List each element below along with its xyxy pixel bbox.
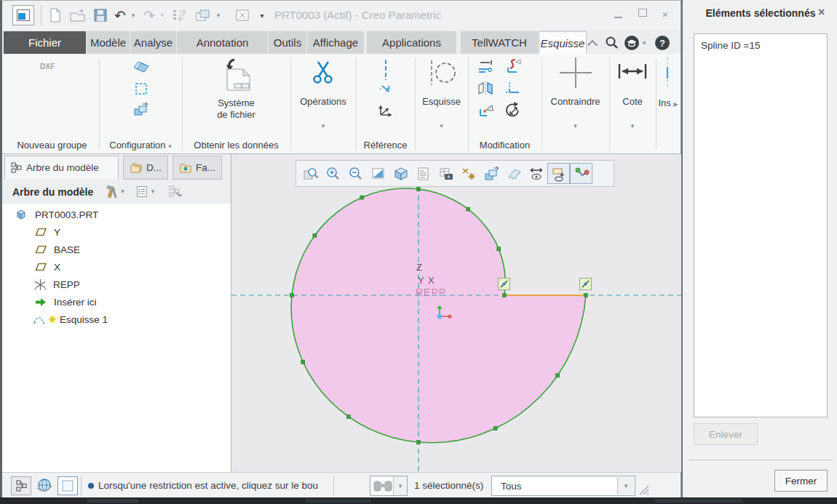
filter-combo[interactable]: Tous ▾ bbox=[491, 476, 635, 496]
tree-item-plane-x[interactable]: X bbox=[2, 258, 231, 276]
saved-views-button[interactable] bbox=[412, 163, 435, 184]
constrain-button[interactable] bbox=[558, 55, 594, 90]
remove-button[interactable]: Enlever bbox=[694, 423, 758, 445]
graphics-area[interactable]: Z Y X REPP bbox=[231, 154, 683, 472]
close-window-tool-button[interactable] bbox=[232, 5, 253, 25]
maximize-button[interactable] bbox=[635, 8, 650, 19]
toolbar-options-caret[interactable]: ▾ bbox=[257, 5, 267, 25]
eraser-button[interactable] bbox=[502, 163, 525, 184]
point-button[interactable] bbox=[379, 84, 392, 94]
constrain-dropdown[interactable]: ▾ bbox=[542, 122, 609, 129]
config-dashed-rect-button[interactable] bbox=[134, 81, 148, 96]
constrain-label[interactable]: Contraindre bbox=[542, 96, 609, 107]
sketch-dropdown[interactable]: ▾ bbox=[415, 122, 468, 129]
rotate-resize-button[interactable] bbox=[504, 102, 523, 119]
tree-item-csys[interactable]: y x z REPP bbox=[2, 276, 231, 293]
config-convert-button[interactable] bbox=[132, 102, 150, 118]
tab-modele[interactable]: Modèle bbox=[87, 31, 130, 54]
repaint-button[interactable] bbox=[367, 163, 389, 184]
resize-grip[interactable] bbox=[638, 484, 650, 496]
app-menu-button[interactable] bbox=[12, 5, 34, 25]
tab-fichier[interactable]: Fichier bbox=[4, 31, 86, 54]
panel-close-button[interactable]: × bbox=[818, 6, 825, 19]
redo-button[interactable]: ↷ bbox=[140, 5, 158, 25]
file-system-label[interactable]: Système de fichier bbox=[182, 97, 290, 121]
tree-filter-dropdown[interactable]: ▾ bbox=[151, 188, 155, 195]
tab-esquisse[interactable]: Esquisse bbox=[539, 31, 587, 54]
insert-button[interactable] bbox=[663, 57, 672, 89]
tab-applications[interactable]: Applications bbox=[367, 31, 456, 54]
insert-label[interactable]: Ins ▶ bbox=[656, 97, 681, 108]
constraint-badge-left[interactable] bbox=[498, 278, 510, 290]
blank-panel-button[interactable] bbox=[57, 476, 78, 495]
file-system-button[interactable] bbox=[220, 57, 253, 94]
tab-tellwatch[interactable]: TellWATCH bbox=[461, 31, 538, 54]
help-button[interactable]: ? bbox=[654, 35, 670, 51]
coord-system-button[interactable] bbox=[375, 99, 397, 121]
mirror-button[interactable] bbox=[477, 80, 496, 97]
config-sheets-button[interactable] bbox=[132, 60, 150, 74]
tree-item-sketch[interactable]: Esquisse 1 bbox=[2, 311, 231, 328]
group-label-configuration[interactable]: Configuration ▾ bbox=[99, 140, 182, 151]
operations-label[interactable]: Opérations bbox=[290, 96, 356, 107]
tree-hide-button[interactable] bbox=[169, 185, 183, 198]
zoom-in-button[interactable] bbox=[322, 163, 344, 184]
windows-button[interactable] bbox=[193, 5, 213, 25]
sketch-orientation-button[interactable] bbox=[480, 163, 502, 184]
tree-item-plane-base[interactable]: BASE bbox=[2, 241, 231, 258]
constraint-badge-right[interactable] bbox=[579, 278, 592, 290]
filter-dropdown[interactable]: ▾ bbox=[617, 477, 634, 495]
capture-button[interactable] bbox=[435, 163, 457, 184]
tree-tools-button[interactable] bbox=[103, 185, 118, 199]
search-tool-combo[interactable]: ▾ bbox=[370, 476, 408, 496]
search-tool-dropdown[interactable]: ▾ bbox=[393, 476, 407, 495]
dxf-export-button[interactable]: DXF bbox=[40, 63, 55, 71]
tree-item-insert-here[interactable]: Insérer ici bbox=[2, 293, 231, 311]
toggle-model-tree-button[interactable] bbox=[11, 476, 31, 495]
tab-affichage[interactable]: Affichage bbox=[307, 31, 364, 54]
search-button[interactable] bbox=[605, 36, 619, 50]
tab-outils[interactable]: Outils bbox=[269, 31, 306, 54]
save-button[interactable] bbox=[91, 5, 110, 25]
tab-analyse[interactable]: Analyse bbox=[130, 31, 176, 54]
modify-spline-button[interactable] bbox=[504, 58, 523, 76]
zoom-out-button[interactable] bbox=[344, 163, 367, 184]
fillet-button[interactable] bbox=[477, 102, 496, 119]
learning-dropdown[interactable]: ▾ bbox=[643, 40, 646, 47]
sketch-label[interactable]: Esquisse bbox=[415, 96, 468, 107]
dimension-display-button[interactable] bbox=[525, 163, 547, 184]
redo-dropdown[interactable]: ▾ bbox=[159, 5, 166, 25]
close-button[interactable]: × bbox=[658, 8, 673, 20]
dimension-dropdown[interactable]: ▾ bbox=[609, 122, 656, 129]
minimize-button[interactable] bbox=[611, 9, 625, 20]
learning-button[interactable] bbox=[624, 35, 640, 51]
windows-dropdown[interactable]: ▾ bbox=[215, 5, 222, 25]
constraints-display-toggle[interactable] bbox=[547, 163, 570, 184]
tab-favoris[interactable]: Fa... bbox=[172, 156, 222, 180]
divide-button[interactable] bbox=[504, 80, 523, 97]
sketch-button[interactable] bbox=[425, 58, 459, 87]
new-file-button[interactable] bbox=[46, 5, 65, 25]
spline-display-toggle[interactable] bbox=[570, 163, 592, 184]
dimension-label[interactable]: Cote bbox=[609, 96, 656, 107]
selected-item[interactable]: Spline ID =15 bbox=[694, 34, 827, 51]
close-panel-button[interactable]: Fermer bbox=[774, 470, 828, 492]
tree-item-plane-y[interactable]: Y bbox=[2, 223, 231, 241]
browser-button[interactable] bbox=[34, 476, 55, 495]
open-file-button[interactable] bbox=[68, 5, 88, 25]
selected-items-list[interactable]: Spline ID =15 bbox=[694, 33, 828, 417]
centerline-button[interactable] bbox=[382, 58, 389, 81]
undo-dropdown[interactable]: ▾ bbox=[130, 5, 137, 25]
tree-filter-button[interactable] bbox=[136, 185, 148, 198]
dimension-button[interactable] bbox=[616, 61, 648, 81]
tree-item-part[interactable]: PRT0003.PRT bbox=[2, 206, 231, 223]
modify-button[interactable] bbox=[477, 58, 496, 76]
tab-dossiers[interactable]: D... bbox=[123, 156, 168, 180]
undo-button[interactable]: ↶ bbox=[111, 5, 129, 25]
tab-model-tree[interactable]: Arbre du modèle bbox=[4, 156, 119, 180]
operations-button[interactable] bbox=[312, 60, 335, 86]
collapse-ribbon-button[interactable] bbox=[589, 39, 596, 52]
tab-annotation[interactable]: Annotation bbox=[177, 31, 268, 54]
zoom-refit-button[interactable] bbox=[299, 163, 322, 184]
operations-dropdown[interactable]: ▾ bbox=[290, 122, 356, 129]
